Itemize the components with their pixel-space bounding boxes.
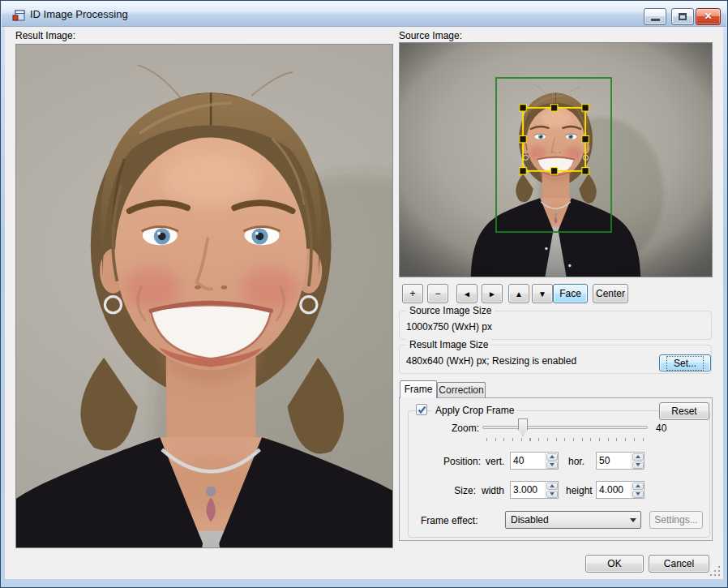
title-bar[interactable]: ID Image Processing ✕ [2,2,726,27]
result-image-label: Result Image: [15,30,75,41]
move-right-button[interactable]: ► [482,284,503,303]
face-frame-handle[interactable] [582,105,589,111]
face-frame-handle[interactable] [520,105,526,111]
spinner-up-icon [636,455,640,458]
minus-icon: − [435,288,440,299]
move-up-button[interactable]: ▲ [508,284,529,303]
tab-correction[interactable]: Correction [437,382,486,398]
ok-button[interactable]: OK [585,555,644,573]
position-hor-label: hor. [568,456,585,467]
position-vert-input[interactable] [511,453,545,469]
position-label: Position: [429,456,481,467]
app-icon [12,9,25,22]
spin-up-button[interactable] [632,453,644,461]
source-image-label: Source Image: [399,30,462,41]
resize-grip[interactable] [710,566,721,577]
zoom-slider-ticks [486,438,645,441]
frame-effect-combobox[interactable]: Disabled [505,511,641,529]
zoom-in-button[interactable]: + [402,284,423,303]
size-width-label: width [482,485,504,496]
center-button[interactable]: Center [593,284,628,303]
zoom-value: 40 [656,423,680,434]
position-vert-label: vert. [486,456,504,467]
frame-effect-label: Frame effect: [421,515,477,526]
face-frame-handle[interactable] [520,135,526,142]
arrow-left-icon: ◄ [463,290,471,298]
spin-up-button[interactable] [546,483,558,490]
minimize-icon [651,19,660,21]
face-frame-handle[interactable] [550,105,557,111]
minimize-button[interactable] [644,8,666,25]
move-down-button[interactable]: ▼ [532,284,553,303]
close-icon: ✕ [696,11,720,22]
spinner-down-icon [550,463,555,466]
zoom-out-button[interactable]: − [427,284,448,303]
spinner-up-icon [550,455,555,458]
tab-frame[interactable]: Frame [400,380,437,398]
position-vert-spinner [510,452,559,470]
result-size-group-title: Result Image Size [406,339,491,350]
size-width-spinner [510,481,559,499]
reset-button[interactable]: Reset [659,402,709,420]
result-size-group: Result Image Size 480x640 (WxH) px; Resi… [399,345,712,374]
spin-down-button[interactable] [632,461,644,469]
source-size-group-title: Source Image Size [406,305,495,316]
plus-icon: + [409,288,415,299]
app-window: ID Image Processing ✕ Result Image: Sour… [0,0,728,588]
arrow-up-icon: ▲ [515,290,523,298]
face-frame-handle[interactable] [582,135,589,142]
check-icon [418,406,426,414]
set-button[interactable]: Set... [659,354,711,371]
apply-crop-frame-label: Apply Crop Frame [432,405,517,416]
dialog-client-area: Result Image: Source Image: [5,27,723,579]
source-size-value: 1000x750 (WxH) px [406,321,492,333]
close-button[interactable]: ✕ [696,8,721,25]
spinner-up-icon [636,484,640,487]
spin-down-button[interactable] [546,461,558,469]
zoom-label: Zoom: [427,423,479,434]
position-hor-spinner [596,452,644,470]
face-frame-handle[interactable] [550,168,557,174]
result-size-value: 480x640 (WxH) px; Resizing is enabled [406,355,576,367]
face-button[interactable]: Face [553,284,588,303]
size-width-input[interactable] [511,482,545,498]
maximize-icon [679,13,687,20]
frame-tab-page: Apply Crop Frame Reset Zoom: 40 Position… [399,397,713,541]
arrow-down-icon: ▼ [538,290,546,298]
move-left-button[interactable]: ◄ [456,284,477,303]
spinner-down-icon [636,492,640,496]
combo-dropdown-icon [626,518,640,522]
spinner-down-icon [550,492,555,496]
maximize-button[interactable] [671,8,694,25]
spinner-up-icon [550,484,555,487]
face-frame-handle[interactable] [582,168,589,174]
face-frame-handle[interactable] [520,168,526,174]
source-image[interactable] [399,42,713,277]
spin-up-button[interactable] [632,483,644,490]
frame-effect-selected: Disabled [506,514,626,526]
cancel-button[interactable]: Cancel [649,555,709,573]
size-height-label: height [566,485,593,496]
zoom-slider-track[interactable] [482,426,648,429]
size-label: Size: [424,485,476,496]
spin-down-button[interactable] [546,491,558,498]
spinner-down-icon [636,463,640,466]
source-size-group: Source Image Size 1000x750 (WxH) px [399,311,712,340]
spin-up-button[interactable] [546,453,558,461]
arrow-right-icon: ► [488,290,496,298]
window-title: ID Image Processing [30,8,128,20]
result-image [15,44,393,548]
size-height-input[interactable] [597,482,631,498]
size-height-spinner [596,481,644,499]
settings-button[interactable]: Settings... [649,511,703,529]
apply-crop-frame-checkbox[interactable] [416,404,427,415]
position-hor-input[interactable] [597,453,631,469]
spin-down-button[interactable] [632,491,644,498]
